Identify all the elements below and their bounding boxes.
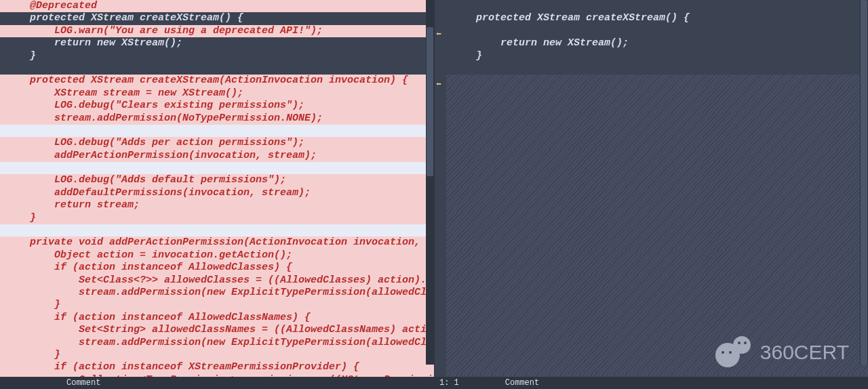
code-line[interactable]: private void addPerActionPermission(Acti… [0, 237, 434, 249]
code-line[interactable]: LOG.debug("Clears existing permissions")… [0, 100, 434, 112]
wechat-icon [715, 336, 752, 369]
code-line[interactable]: if (action instanceof AllowedClasses) { [0, 262, 434, 274]
code-line[interactable] [446, 374, 868, 377]
code-line[interactable]: } [0, 349, 434, 361]
code-line[interactable] [0, 62, 434, 75]
left-scroll-thumb[interactable] [427, 27, 433, 176]
code-line[interactable]: LOG.warn("You are using a deprecated API… [0, 25, 434, 37]
code-line[interactable] [0, 125, 434, 137]
code-line[interactable] [446, 0, 868, 12]
code-line[interactable]: Collection<TypePermission> permissions =… [0, 374, 434, 377]
code-line[interactable] [446, 162, 868, 174]
right-code-area[interactable]: ⬅⬅ protected XStream createXStream() { r… [434, 0, 868, 377]
code-line[interactable] [446, 212, 868, 224]
code-line[interactable] [446, 112, 868, 125]
diff-marker-icon: ⬅ [436, 28, 441, 39]
code-line[interactable]: Object action = invocation.getAction(); [0, 249, 434, 262]
code-line[interactable] [446, 125, 868, 137]
right-status-position: 1: 1 [434, 378, 459, 388]
right-scroll-thumb[interactable] [861, 0, 867, 365]
code-line[interactable]: protected XStream createXStream(ActionIn… [0, 75, 434, 87]
pane-divider[interactable] [434, 0, 435, 389]
code-line[interactable]: @Deprecated [0, 0, 434, 12]
code-line[interactable]: protected XStream createXStream() { [0, 12, 434, 24]
left-status-comment: Comment [61, 378, 100, 388]
code-line[interactable] [446, 274, 868, 287]
code-line[interactable] [446, 87, 868, 100]
code-line[interactable] [446, 324, 868, 336]
code-line[interactable]: return stream; [0, 199, 434, 211]
code-line[interactable]: return new XStream(); [0, 37, 434, 49]
code-line[interactable]: if (action instanceof AllowedClassNames)… [0, 312, 434, 324]
code-line[interactable]: return new XStream(); [446, 37, 868, 49]
code-line[interactable]: Set<String> allowedClassNames = ((Allowe… [0, 324, 434, 336]
code-line[interactable]: addPerActionPermission(invocation, strea… [0, 150, 434, 162]
code-line[interactable] [446, 199, 868, 211]
code-line[interactable]: stream.addPermission(new ExplicitTypePer… [0, 287, 434, 299]
code-line[interactable] [446, 25, 868, 37]
code-line[interactable] [0, 224, 434, 237]
code-line[interactable] [446, 224, 868, 237]
code-line[interactable]: } [446, 50, 868, 62]
right-vertical-scrollbar[interactable] [860, 0, 868, 365]
code-line[interactable] [446, 249, 868, 262]
code-line[interactable]: XStream stream = new XStream(); [0, 87, 434, 100]
code-line[interactable]: stream.addPermission(new ExplicitTypePer… [0, 337, 434, 349]
diff-marker-icon: ⬅ [436, 79, 441, 89]
code-line[interactable]: } [0, 212, 434, 224]
right-status-comment: Comment [500, 378, 539, 388]
code-line[interactable]: stream.addPermission(NoTypePermission.NO… [0, 112, 434, 125]
code-line[interactable]: if (action instanceof XStreamPermissionP… [0, 361, 434, 373]
code-line[interactable]: Set<Class<?>> allowedClasses = ((Allowed… [0, 274, 434, 287]
code-line[interactable]: LOG.debug("Adds per action permissions")… [0, 137, 434, 149]
right-marker-gutter: ⬅⬅ [434, 0, 446, 377]
right-status-bar: 1: 1 Comment [434, 377, 868, 389]
code-line[interactable] [446, 187, 868, 199]
watermark: 360CERT [715, 336, 849, 369]
code-line[interactable]: } [0, 299, 434, 311]
code-line[interactable] [446, 137, 868, 149]
code-line[interactable] [446, 100, 868, 112]
code-line[interactable] [446, 62, 868, 75]
code-line[interactable] [446, 299, 868, 311]
code-line[interactable] [446, 150, 868, 162]
watermark-text: 360CERT [760, 341, 849, 364]
code-line[interactable] [0, 162, 434, 174]
code-line[interactable]: addDefaultPermissions(invocation, stream… [0, 187, 434, 199]
left-code-area[interactable]: @Deprecated protected XStream createXStr… [0, 0, 434, 377]
code-line[interactable] [446, 287, 868, 299]
code-line[interactable]: protected XStream createXStream() { [446, 12, 868, 24]
code-line[interactable]: LOG.debug("Adds default permissions"); [0, 174, 434, 186]
code-line[interactable] [446, 312, 868, 324]
code-line[interactable] [446, 237, 868, 249]
code-line[interactable] [446, 262, 868, 274]
code-line[interactable]: } [0, 50, 434, 62]
diff-view-container: @Deprecated protected XStream createXStr… [0, 0, 868, 389]
code-line[interactable] [446, 75, 868, 87]
left-status-bar: Comment [0, 377, 434, 389]
right-pane: ⬅⬅ protected XStream createXStream() { r… [434, 0, 868, 389]
left-pane: @Deprecated protected XStream createXStr… [0, 0, 434, 389]
left-vertical-scrollbar[interactable] [426, 0, 434, 365]
code-line[interactable] [446, 174, 868, 186]
